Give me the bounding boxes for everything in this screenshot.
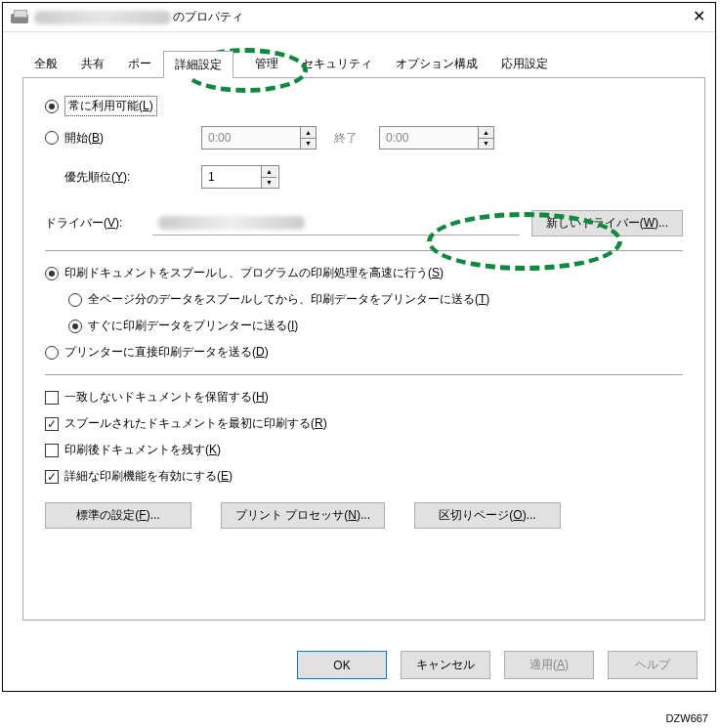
help-button[interactable]: ヘルプ bbox=[608, 651, 698, 679]
divider bbox=[45, 250, 683, 251]
row-first: スプールされたドキュメントを最初に印刷する(R) bbox=[45, 415, 683, 432]
dialog-window: のプロパティ ✕ 全般 共有 ポー 詳細設定 管理 セキュリティ オプション構成… bbox=[2, 2, 716, 692]
label-spool: 印刷ドキュメントをスプールし、プログラムの印刷処理を高速に行う(S) bbox=[64, 265, 444, 281]
check-hold[interactable] bbox=[45, 391, 59, 405]
tab-hidden[interactable] bbox=[233, 66, 243, 77]
radio-spool[interactable] bbox=[45, 267, 59, 280]
radio-immediate[interactable] bbox=[68, 320, 82, 333]
spinner-priority[interactable]: ▲ ▼ bbox=[201, 165, 279, 189]
close-icon[interactable]: ✕ bbox=[693, 9, 705, 24]
tab-port[interactable]: ポー bbox=[116, 50, 163, 77]
row-spool-allpages: 全ページ分のデータをスプールしてから、印刷データをプリンターに送る(T) bbox=[68, 291, 683, 308]
label-start: 開始(B) bbox=[64, 130, 201, 147]
spinner-arrows-priority: ▲ ▼ bbox=[261, 166, 276, 188]
tab-share[interactable]: 共有 bbox=[69, 50, 116, 77]
spinner-end-time[interactable]: ▲ ▼ bbox=[379, 126, 494, 150]
arrow-up-icon[interactable]: ▲ bbox=[301, 127, 316, 139]
label-first: スプールされたドキュメントを最初に印刷する(R) bbox=[64, 415, 327, 432]
spinner-start-time[interactable]: ▲ ▼ bbox=[201, 126, 317, 150]
cancel-button[interactable]: キャンセル bbox=[401, 651, 490, 679]
label-adv: 詳細な印刷機能を有効にする(E) bbox=[64, 468, 233, 485]
row-keep: 印刷後ドキュメントを残す(K) bbox=[45, 442, 683, 458]
new-driver-button[interactable]: 新しいドライバー(W)... bbox=[531, 210, 683, 236]
separator-page-button[interactable]: 区切りページ(O)... bbox=[414, 502, 561, 529]
label-end: 終了 bbox=[334, 130, 358, 147]
printer-name-redacted bbox=[34, 11, 171, 24]
tab-strip: 全般 共有 ポー 詳細設定 管理 セキュリティ オプション構成 応用設定 bbox=[22, 50, 705, 77]
arrow-up-icon[interactable]: ▲ bbox=[262, 166, 276, 178]
title-suffix: のプロパティ bbox=[173, 9, 243, 25]
arrow-down-icon[interactable]: ▼ bbox=[479, 139, 493, 150]
tab-app[interactable]: 応用設定 bbox=[489, 50, 560, 77]
row-hold: 一致しないドキュメントを保留する(H) bbox=[45, 389, 683, 406]
arrow-up-icon[interactable]: ▲ bbox=[479, 127, 493, 139]
row-start-time: 開始(B) ▲ ▼ 終了 ▲ ▼ bbox=[45, 126, 683, 150]
label-hold: 一致しないドキュメントを保留する(H) bbox=[64, 389, 269, 406]
divider bbox=[45, 374, 683, 375]
dialog-buttons: OK キャンセル 適用(A) ヘルプ bbox=[297, 651, 698, 679]
spinner-arrows-end: ▲ ▼ bbox=[478, 127, 493, 149]
row-direct: プリンターに直接印刷データを送る(D) bbox=[45, 344, 683, 361]
driver-select[interactable] bbox=[152, 212, 520, 236]
row-spool: 印刷ドキュメントをスプールし、プログラムの印刷処理を高速に行う(S) bbox=[45, 265, 683, 281]
input-end-time[interactable] bbox=[380, 127, 478, 149]
row-priority: 優先順位(Y): ▲ ▼ bbox=[45, 165, 683, 189]
tab-manage[interactable]: 管理 bbox=[243, 50, 290, 77]
tab-general[interactable]: 全般 bbox=[22, 50, 69, 77]
bottom-buttons: 標準の設定(F)... プリント プロセッサ(N)... 区切りページ(O)..… bbox=[45, 502, 683, 529]
label-driver: ドライバー(V): bbox=[45, 215, 152, 232]
titlebar: のプロパティ ✕ bbox=[3, 3, 715, 32]
radio-direct[interactable] bbox=[45, 346, 59, 360]
radio-allpages[interactable] bbox=[68, 293, 82, 307]
label-direct: プリンターに直接印刷データを送る(D) bbox=[64, 344, 269, 361]
arrow-down-icon[interactable]: ▼ bbox=[262, 178, 276, 189]
driver-name-redacted bbox=[158, 216, 305, 230]
input-start-time[interactable] bbox=[202, 127, 300, 149]
print-processor-button[interactable]: プリント プロセッサ(N)... bbox=[221, 502, 385, 529]
check-keep[interactable] bbox=[45, 444, 59, 457]
label-always-available: 常に利用可能(L) bbox=[64, 96, 157, 116]
row-always-available: 常に利用可能(L) bbox=[45, 96, 683, 116]
printer-icon bbox=[11, 10, 28, 25]
check-first[interactable] bbox=[45, 417, 59, 431]
check-adv[interactable] bbox=[45, 470, 59, 484]
tab-panel-advanced: 常に利用可能(L) 開始(B) ▲ ▼ 終了 ▲ ▼ bbox=[22, 77, 705, 621]
spinner-arrows: ▲ ▼ bbox=[300, 127, 316, 149]
label-keep: 印刷後ドキュメントを残す(K) bbox=[64, 442, 221, 458]
tab-advanced[interactable]: 詳細設定 bbox=[163, 51, 233, 78]
tab-security[interactable]: セキュリティ bbox=[290, 50, 384, 77]
label-priority: 優先順位(Y): bbox=[64, 169, 201, 186]
arrow-down-icon[interactable]: ▼ bbox=[301, 139, 316, 150]
apply-button[interactable]: 適用(A) bbox=[504, 651, 594, 679]
row-adv: 詳細な印刷機能を有効にする(E) bbox=[45, 468, 683, 485]
tab-option[interactable]: オプション構成 bbox=[384, 50, 489, 77]
row-spool-immediate: すぐに印刷データをプリンターに送る(I) bbox=[68, 318, 683, 334]
label-allpages: 全ページ分のデータをスプールしてから、印刷データをプリンターに送る(T) bbox=[88, 291, 489, 308]
defaults-button[interactable]: 標準の設定(F)... bbox=[45, 502, 191, 529]
row-driver: ドライバー(V): 新しいドライバー(W)... bbox=[45, 210, 683, 236]
label-immediate: すぐに印刷データをプリンターに送る(I) bbox=[88, 318, 298, 334]
image-id: DZW667 bbox=[666, 712, 708, 724]
input-priority[interactable] bbox=[202, 166, 261, 188]
radio-always-available[interactable] bbox=[45, 100, 59, 113]
ok-button[interactable]: OK bbox=[297, 651, 387, 679]
radio-start-time[interactable] bbox=[45, 131, 59, 145]
